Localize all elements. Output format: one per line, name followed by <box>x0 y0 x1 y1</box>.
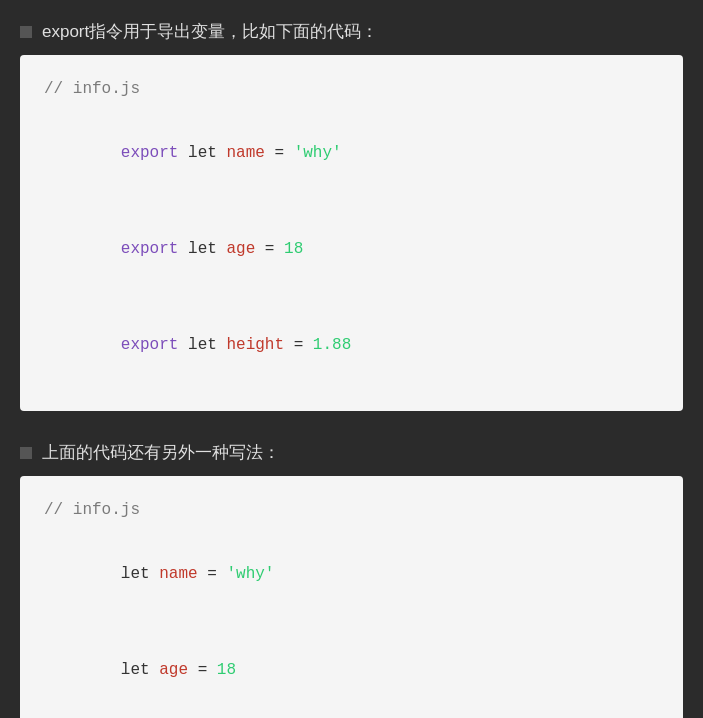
section-1-line-3: export let height = 1.88 <box>44 297 659 393</box>
section-2-comment: // info.js <box>44 494 659 526</box>
var-age-2: age <box>159 661 188 679</box>
section-1-bullet <box>20 26 32 38</box>
val-name-2: 'why' <box>226 565 274 583</box>
section-1-comment: // info.js <box>44 73 659 105</box>
section-1-line-2: export let age = 18 <box>44 201 659 297</box>
section-2-title: 上面的代码还有另外一种写法： <box>42 441 280 464</box>
section-1-line-1: export let name = 'why' <box>44 105 659 201</box>
page-container: export指令用于导出变量，比如下面的代码： // info.js expor… <box>20 20 683 718</box>
section-1-title: export指令用于导出变量，比如下面的代码： <box>42 20 378 43</box>
var-age-1: age <box>226 240 255 258</box>
section-2-code-block: // info.js let name = 'why' let age = 18… <box>20 476 683 718</box>
val-age-1: 18 <box>284 240 303 258</box>
section-2: 上面的代码还有另外一种写法： // info.js let name = 'wh… <box>20 441 683 718</box>
section-2-line-2: let age = 18 <box>44 622 659 718</box>
section-1: export指令用于导出变量，比如下面的代码： // info.js expor… <box>20 20 683 411</box>
section-2-bullet <box>20 447 32 459</box>
var-name-1: name <box>226 144 264 162</box>
section-2-header: 上面的代码还有另外一种写法： <box>20 441 683 464</box>
keyword-export-3: export <box>121 336 179 354</box>
val-name-1: 'why' <box>294 144 342 162</box>
section-2-line-1: let name = 'why' <box>44 526 659 622</box>
keyword-export-1: export <box>121 144 179 162</box>
var-name-2: name <box>159 565 197 583</box>
keyword-export-2: export <box>121 240 179 258</box>
var-height-1: height <box>226 336 284 354</box>
section-1-code-block: // info.js export let name = 'why' expor… <box>20 55 683 411</box>
section-1-header: export指令用于导出变量，比如下面的代码： <box>20 20 683 43</box>
val-age-2: 18 <box>217 661 236 679</box>
val-height-1: 1.88 <box>313 336 351 354</box>
